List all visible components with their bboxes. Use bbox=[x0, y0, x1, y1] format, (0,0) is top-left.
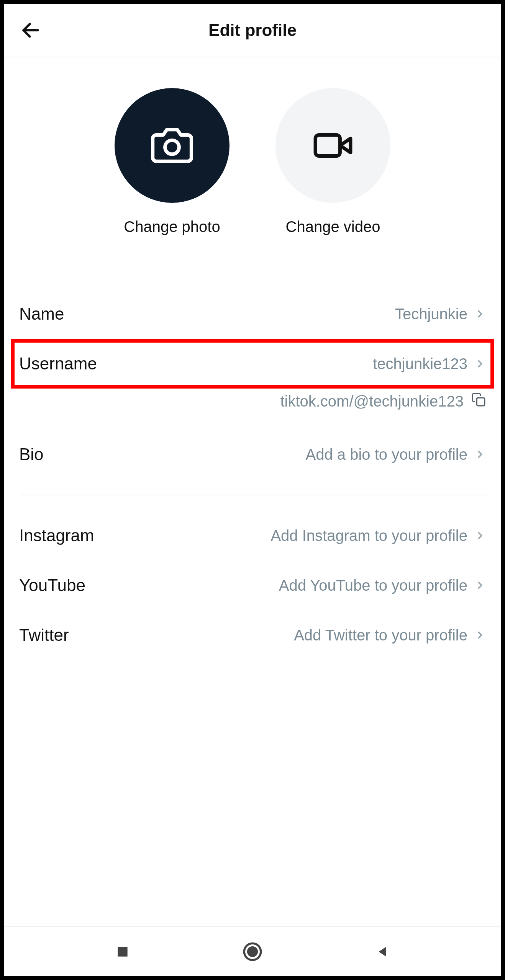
header: Edit profile bbox=[4, 4, 501, 57]
username-value-text: techjunkie123 bbox=[373, 355, 467, 372]
name-row[interactable]: Name Techjunkie bbox=[19, 289, 486, 339]
android-navbar bbox=[4, 926, 501, 976]
change-video-label: Change video bbox=[286, 218, 380, 235]
twitter-value-text: Add Twitter to your profile bbox=[294, 627, 467, 644]
copy-icon bbox=[471, 392, 486, 407]
youtube-label: YouTube bbox=[19, 576, 85, 595]
svg-point-1 bbox=[165, 140, 179, 154]
chevron-right-icon bbox=[474, 629, 486, 641]
username-label: Username bbox=[19, 354, 97, 373]
username-value: techjunkie123 bbox=[373, 355, 486, 372]
bio-value-text: Add a bio to your profile bbox=[306, 446, 467, 463]
edit-profile-screen: Edit profile Change photo Change video N… bbox=[0, 0, 505, 980]
nav-back-button[interactable] bbox=[369, 938, 396, 965]
media-row: Change photo Change video bbox=[19, 57, 486, 258]
chevron-right-icon bbox=[474, 580, 486, 591]
name-value: Techjunkie bbox=[395, 305, 486, 323]
twitter-row[interactable]: Twitter Add Twitter to your profile bbox=[19, 610, 486, 660]
profile-url-row: tiktok.com/@techjunkie123 bbox=[19, 389, 486, 430]
chevron-right-icon bbox=[474, 449, 486, 460]
name-value-text: Techjunkie bbox=[395, 305, 467, 323]
divider bbox=[19, 495, 486, 495]
copy-url-button[interactable] bbox=[471, 392, 486, 410]
change-photo-button[interactable]: Change photo bbox=[115, 88, 230, 235]
instagram-value: Add Instagram to your profile bbox=[271, 527, 486, 544]
content: Change photo Change video Name Techjunki… bbox=[4, 57, 501, 926]
bio-label: Bio bbox=[19, 445, 44, 464]
bio-row[interactable]: Bio Add a bio to your profile bbox=[19, 430, 486, 479]
instagram-value-text: Add Instagram to your profile bbox=[271, 527, 467, 544]
profile-url-text: tiktok.com/@techjunkie123 bbox=[280, 393, 464, 410]
bio-value: Add a bio to your profile bbox=[306, 446, 486, 463]
svg-marker-8 bbox=[379, 947, 386, 956]
svg-rect-5 bbox=[118, 947, 127, 956]
change-photo-label: Change photo bbox=[124, 218, 220, 235]
chevron-right-icon bbox=[474, 530, 486, 541]
svg-rect-2 bbox=[315, 135, 340, 156]
camera-icon bbox=[151, 124, 193, 167]
nav-recent-button[interactable] bbox=[109, 938, 136, 965]
youtube-row[interactable]: YouTube Add YouTube to your profile bbox=[19, 560, 486, 610]
youtube-value-text: Add YouTube to your profile bbox=[279, 577, 467, 594]
username-row[interactable]: Username techjunkie123 bbox=[11, 339, 494, 389]
chevron-right-icon bbox=[474, 308, 486, 320]
svg-rect-4 bbox=[477, 398, 485, 406]
profile-photo-circle bbox=[115, 88, 230, 203]
square-icon bbox=[115, 944, 130, 959]
arrow-left-icon bbox=[20, 20, 41, 41]
svg-point-7 bbox=[247, 946, 258, 957]
twitter-label: Twitter bbox=[19, 626, 69, 645]
instagram-label: Instagram bbox=[19, 526, 94, 545]
change-video-button[interactable]: Change video bbox=[275, 88, 390, 235]
instagram-row[interactable]: Instagram Add Instagram to your profile bbox=[19, 511, 486, 560]
chevron-right-icon bbox=[474, 358, 486, 369]
profile-video-circle bbox=[275, 88, 390, 203]
back-button[interactable] bbox=[19, 19, 42, 42]
twitter-value: Add Twitter to your profile bbox=[294, 627, 486, 644]
name-label: Name bbox=[19, 304, 64, 323]
triangle-left-icon bbox=[375, 944, 390, 959]
page-title: Edit profile bbox=[4, 21, 501, 40]
video-icon bbox=[312, 124, 354, 167]
circle-icon bbox=[243, 942, 262, 962]
youtube-value: Add YouTube to your profile bbox=[279, 577, 486, 594]
nav-home-button[interactable] bbox=[239, 938, 266, 965]
